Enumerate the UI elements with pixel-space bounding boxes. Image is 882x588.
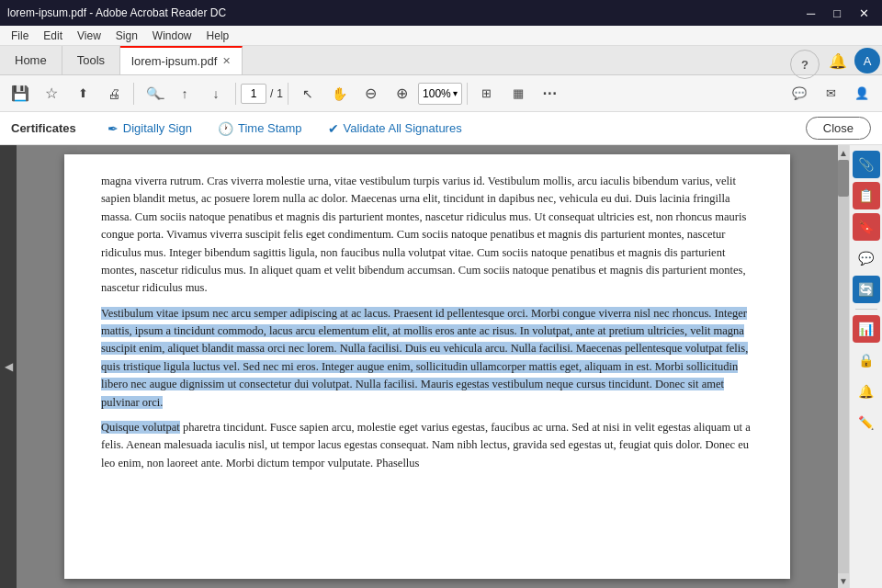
tab-home[interactable]: Home [0, 46, 62, 74]
menu-bar: File Edit View Sign Window Help [0, 26, 882, 46]
timestamp-icon: 🕐 [218, 121, 233, 136]
menu-view[interactable]: View [70, 28, 108, 44]
right-panel: 📎 📋 🔖 💬 🔄 📊 🔒 🔔 ✏️ [849, 145, 882, 588]
tab-file[interactable]: lorem-ipsum.pdf ✕ [120, 46, 243, 74]
pdf-page: magna viverra rutrum. Cras viverra moles… [64, 154, 790, 579]
title-bar-controls: ─ □ ✕ [801, 5, 875, 22]
scroll-down-button[interactable]: ↓ [201, 79, 231, 108]
more-tools-button[interactable]: ⋯ [535, 79, 564, 108]
right-panel-thumbnail-button[interactable]: 🔖 [853, 213, 880, 241]
toolbar-separator-2 [235, 83, 236, 105]
validate-icon: ✔ [328, 121, 339, 136]
save-button[interactable]: 💾 [6, 79, 35, 108]
bookmark-button[interactable]: ☆ [37, 79, 66, 108]
right-panel-chat-button[interactable]: 💬 [853, 244, 880, 272]
time-stamp-label: Time Stamp [238, 121, 302, 135]
hand-tool-button[interactable]: ✋ [324, 79, 354, 108]
validate-all-label: Validate All Signatures [344, 121, 462, 135]
pdf-paragraph-3: Quisque volutpat pharetra tincidunt. Fus… [101, 419, 753, 472]
right-panel-notification-button[interactable]: 🔔 [853, 378, 880, 405]
comment-button[interactable]: 💬 [785, 79, 814, 108]
sign-icon: ✒ [107, 121, 119, 136]
maximize-button[interactable]: □ [828, 5, 846, 22]
right-panel-edit-button[interactable]: ✏️ [853, 409, 880, 436]
digitally-sign-button[interactable]: ✒ Digitally Sign [95, 118, 205, 140]
pdf-paragraph-1: magna viverra rutrum. Cras viverra moles… [101, 173, 753, 298]
zoom-level-text: 100% [423, 87, 451, 100]
pdf-paragraph-2-highlighted: Vestibulum vitae ipsum nec arcu semper a… [101, 305, 753, 412]
page-separator: / [270, 87, 273, 100]
pdf-content: magna viverra rutrum. Cras viverra moles… [101, 173, 753, 472]
help-button[interactable]: ? [790, 50, 820, 79]
close-window-button[interactable]: ✕ [854, 5, 875, 22]
adduser-button[interactable]: 👤 [847, 79, 876, 108]
toolbar-separator-3 [288, 83, 288, 105]
print-button[interactable]: 🖨 [99, 79, 129, 108]
right-panel-comment-button[interactable]: 📎 [853, 151, 880, 178]
highlighted-text-block: Vestibulum vitae ipsum nec arcu semper a… [101, 307, 748, 409]
right-panel-chart-button[interactable]: 📊 [853, 315, 880, 343]
select-tool-button[interactable]: ↖ [293, 79, 322, 108]
menu-sign[interactable]: Sign [108, 28, 145, 44]
highlighted-text-partial: Quisque volutpat [101, 421, 180, 434]
certificates-label: Certificates [11, 121, 76, 135]
close-cert-bar-button[interactable]: Close [806, 117, 871, 140]
share2-button[interactable]: ✉ [816, 79, 845, 108]
main-area: ◀ magna viverra rutrum. Cras viverra mol… [0, 145, 882, 588]
menu-window[interactable]: Window [145, 28, 199, 44]
time-stamp-button[interactable]: 🕐 Time Stamp [205, 118, 315, 140]
tab-bar: Home Tools lorem-ipsum.pdf ✕ ? 🔔 A [0, 46, 882, 75]
zoom-out-button[interactable]: 🔍− [139, 79, 168, 108]
zoom-level-selector[interactable]: 100% ▾ [418, 83, 462, 105]
scroll-track[interactable] [838, 160, 849, 573]
user-avatar[interactable]: A [854, 48, 880, 74]
tab-close-button[interactable]: ✕ [222, 55, 231, 67]
toolbar: 💾 ☆ ⬆ 🖨 🔍− ↑ ↓ / 1 ↖ ✋ ⊖ ⊕ 100% ▾ ⊞ ▦ ⋯ … [0, 75, 882, 112]
notifications-button[interactable]: 🔔 [823, 46, 853, 75]
page-number-input[interactable] [241, 84, 266, 104]
right-panel-separator [855, 309, 877, 310]
menu-edit[interactable]: Edit [36, 28, 70, 44]
left-panel: ◀ [0, 145, 17, 588]
page-total: 1 [277, 87, 283, 100]
page-indicator: / 1 [241, 84, 283, 104]
pdf-area: magna viverra rutrum. Cras viverra moles… [17, 145, 838, 588]
menu-file[interactable]: File [4, 28, 36, 44]
right-panel-bookmark-button[interactable]: 📋 [853, 182, 880, 209]
toolbar-separator-1 [133, 83, 134, 105]
minimize-button[interactable]: ─ [801, 5, 820, 22]
tab-tools[interactable]: Tools [62, 46, 120, 74]
digitally-sign-label: Digitally Sign [123, 121, 192, 135]
zoom-dropdown-icon: ▾ [453, 88, 458, 98]
scroll-down-arrow[interactable]: ▼ [838, 573, 849, 588]
left-panel-arrow[interactable]: ◀ [5, 360, 13, 373]
certificates-bar: Certificates ✒ Digitally Sign 🕐 Time Sta… [0, 112, 882, 145]
right-panel-security-button[interactable]: 🔒 [853, 346, 880, 374]
form-button[interactable]: ▦ [503, 79, 533, 108]
menu-help[interactable]: Help [199, 28, 237, 44]
scroll-thumb[interactable] [838, 160, 849, 197]
share-button[interactable]: ⬆ [68, 79, 97, 108]
right-panel-compare-button[interactable]: 🔄 [853, 276, 880, 303]
zoom-plus-button[interactable]: ⊕ [387, 79, 416, 108]
title-bar-title: lorem-ipsum.pdf - Adobe Acrobat Reader D… [7, 6, 226, 19]
zoom-minus-button[interactable]: ⊖ [356, 79, 385, 108]
scrollbar: ▲ ▼ [838, 145, 849, 588]
scroll-up-button[interactable]: ↑ [170, 79, 199, 108]
scroll-up-arrow[interactable]: ▲ [838, 145, 849, 160]
toolbar-separator-4 [467, 83, 468, 105]
crop-button[interactable]: ⊞ [472, 79, 502, 108]
validate-all-button[interactable]: ✔ Validate All Signatures [315, 118, 475, 140]
tab-spacer [243, 46, 786, 74]
title-bar: lorem-ipsum.pdf - Adobe Acrobat Reader D… [0, 0, 882, 26]
